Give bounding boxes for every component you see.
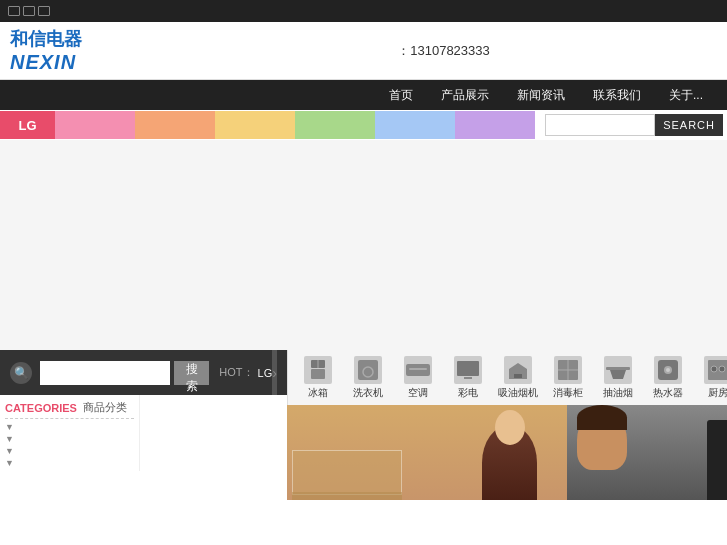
category-item-4[interactable]: ▼ [5, 457, 134, 469]
hot-link-lg[interactable]: LG [258, 367, 273, 379]
ac-label: 空调 [408, 386, 428, 400]
svg-rect-6 [409, 368, 427, 370]
nav-item-products[interactable]: 产品展示 [427, 80, 503, 110]
appliance-item-fridge[interactable]: 冰箱 [293, 353, 343, 403]
appliance-item-hood[interactable]: 吸油烟机 [493, 353, 543, 403]
left-panel: 🔍 搜 索 HOT： LG › CATEGORIES 商品分类 ▼ ▼ ▼ ▼ [0, 350, 287, 500]
svg-rect-7 [457, 361, 479, 376]
appliance-item-ac[interactable]: 空调 [393, 353, 443, 403]
svg-rect-1 [311, 369, 325, 379]
search-btn-top[interactable]: SEARCH [655, 114, 723, 136]
appliance-item-heater[interactable]: 热水器 [643, 353, 693, 403]
logo-chinese: 和信电器 [10, 27, 170, 51]
panel-toggle[interactable]: › [272, 350, 277, 395]
rangehood-label: 抽油烟 [603, 386, 633, 400]
color-btn-7[interactable] [455, 111, 535, 139]
color-btn-3[interactable] [135, 111, 215, 139]
nav-item-news[interactable]: 新闻资讯 [503, 80, 579, 110]
hood-icon [504, 356, 532, 384]
phone-number: 13107823333 [410, 43, 490, 58]
appliance-item-rangehood[interactable]: 抽油烟 [593, 353, 643, 403]
category-item-1[interactable]: ▼ [5, 421, 134, 433]
banner-area [0, 140, 727, 380]
cabinet-label: 消毒柜 [553, 386, 583, 400]
color-btn-4[interactable] [215, 111, 295, 139]
search-icon: 🔍 [10, 362, 32, 384]
categories-header: CATEGORIES 商品分类 [5, 397, 134, 419]
color-btn-6[interactable] [375, 111, 455, 139]
window-icon-2 [23, 6, 35, 16]
heater-icon [654, 356, 682, 384]
appliance-item-cabinet[interactable]: 消毒柜 [543, 353, 593, 403]
rangehood-icon [604, 356, 632, 384]
svg-rect-13 [606, 367, 630, 370]
tv-label: 彩电 [458, 386, 478, 400]
window-icon-1 [8, 6, 20, 16]
nav-bar: 首页 产品展示 新闻资讯 联系我们 关于... [0, 80, 727, 110]
categories-title-en: CATEGORIES [5, 402, 77, 414]
hood-label: 吸油烟机 [498, 386, 538, 400]
bottom-layout: 🔍 搜 索 HOT： LG › CATEGORIES 商品分类 ▼ ▼ ▼ ▼ [0, 350, 727, 500]
bottom-search-btn[interactable]: 搜 索 [174, 361, 209, 385]
cabinet-icon [554, 356, 582, 384]
cat-arrow-1: ▼ [5, 422, 14, 432]
appliance-item-kitchen[interactable]: 厨房 [693, 353, 727, 403]
window-icon-3 [38, 6, 50, 16]
hot-label: HOT： [219, 365, 253, 380]
svg-rect-9 [514, 374, 522, 378]
top-bar [0, 0, 727, 22]
ac-icon [404, 356, 432, 384]
appliance-bar: 冰箱 洗衣机 空调 彩 [287, 350, 727, 405]
logo-english: NEXIN [10, 51, 170, 74]
product-image-2 [567, 405, 727, 500]
product-images [287, 405, 727, 500]
nav-items: 首页 产品展示 新闻资讯 联系我们 关于... [375, 80, 717, 110]
svg-point-16 [666, 368, 670, 372]
washer-label: 洗衣机 [353, 386, 383, 400]
nav-item-contact[interactable]: 联系我们 [579, 80, 655, 110]
phone-prefix: ： [397, 43, 410, 58]
right-panel: 冰箱 洗衣机 空调 彩 [287, 350, 727, 500]
appliance-item-washer[interactable]: 洗衣机 [343, 353, 393, 403]
kitchen-icon [704, 356, 727, 384]
heater-label: 热水器 [653, 386, 683, 400]
header: 和信电器 NEXIN ：13107823333 [0, 22, 727, 80]
washer-icon [354, 356, 382, 384]
kitchen-label: 厨房 [708, 386, 727, 400]
cat-arrow-3: ▼ [5, 446, 14, 456]
fridge-label: 冰箱 [308, 386, 328, 400]
appliance-item-tv[interactable]: 彩电 [443, 353, 493, 403]
bottom-section: 🔍 搜 索 HOT： LG › CATEGORIES 商品分类 ▼ ▼ ▼ ▼ [0, 350, 727, 545]
search-area-top: SEARCH [535, 114, 727, 136]
svg-point-19 [719, 366, 725, 372]
svg-rect-8 [464, 377, 472, 379]
color-bar: LG SEARCH [0, 110, 727, 140]
cat-arrow-4: ▼ [5, 458, 14, 468]
cat-arrow-2: ▼ [5, 434, 14, 444]
bottom-search-input[interactable] [40, 361, 170, 385]
tv-icon [454, 356, 482, 384]
color-btn-2[interactable] [55, 111, 135, 139]
product-image-1 [287, 405, 567, 500]
nav-item-about[interactable]: 关于... [655, 80, 717, 110]
category-item-3[interactable]: ▼ [5, 445, 134, 457]
bottom-search-bar: 🔍 搜 索 HOT： LG › [0, 350, 287, 395]
color-btn-lg[interactable]: LG [0, 111, 55, 139]
categories-title-cn: 商品分类 [83, 400, 127, 415]
svg-point-18 [711, 366, 717, 372]
fridge-icon [304, 356, 332, 384]
nav-item-home[interactable]: 首页 [375, 80, 427, 110]
sidebar-categories: CATEGORIES 商品分类 ▼ ▼ ▼ ▼ [0, 395, 140, 471]
category-item-2[interactable]: ▼ [5, 433, 134, 445]
color-btn-5[interactable] [295, 111, 375, 139]
window-controls [8, 6, 50, 16]
search-input-top[interactable] [545, 114, 655, 136]
header-phone: ：13107823333 [170, 42, 717, 60]
logo-area: 和信电器 NEXIN [10, 27, 170, 74]
